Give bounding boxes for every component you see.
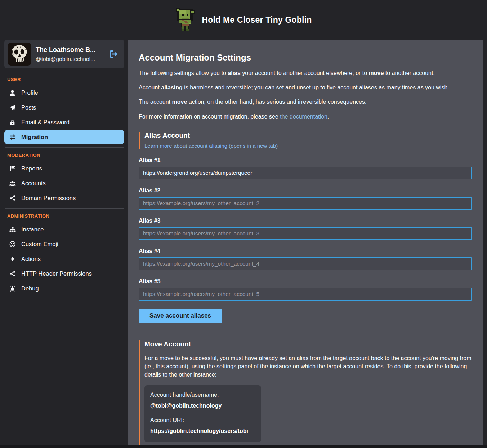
- text: action, on the other hand, has serious a…: [187, 99, 366, 105]
- paper-plane-icon: [9, 105, 16, 111]
- smiley-icon: [9, 241, 16, 247]
- alias-doc-link[interactable]: Learn more about account aliasing (opens…: [144, 143, 278, 149]
- text: is harmless and reversible; you can set …: [183, 84, 449, 90]
- alias-5-input[interactable]: [139, 288, 472, 301]
- move-section-heading: Move Account: [144, 340, 472, 348]
- intro-paragraph-2: Account aliasing is harmless and reversi…: [139, 83, 472, 92]
- goblin-pixel-logo: [175, 8, 195, 31]
- intro-paragraph-1: The following settings allow you to alia…: [139, 69, 472, 77]
- main-panel: Account Migration Settings The following…: [128, 40, 483, 448]
- sidebar-item-posts[interactable]: Posts: [4, 101, 124, 115]
- alias-field-1: Alias #1: [139, 157, 472, 179]
- sidebar-item-label: Posts: [21, 104, 36, 111]
- move-section-docs: Move Account For a move to be successful…: [139, 340, 472, 448]
- move-info-box: Account handle/username: @tobi@goblin.te…: [144, 385, 261, 442]
- alias-4-label: Alias #4: [139, 248, 472, 254]
- alias-account-section: Alias Account Learn more about account a…: [139, 132, 472, 323]
- alias-field-3: Alias #3: [139, 218, 472, 240]
- intro-paragraph-3: The account move action, on the other ha…: [139, 98, 472, 106]
- app-header: Hold Me Closer Tiny Goblin: [0, 0, 487, 40]
- flag-icon: [9, 165, 16, 172]
- sidebar-item-label: Email & Password: [21, 119, 70, 126]
- nav-category-user: USER: [7, 77, 121, 82]
- alias-5-label: Alias #5: [139, 278, 472, 285]
- sidebar-item-accounts[interactable]: Accounts: [4, 176, 124, 190]
- sidebar-item-email-password[interactable]: Email & Password: [4, 115, 124, 129]
- sidebar-item-label: HTTP Header Permissions: [21, 270, 92, 277]
- sidebar-divider: [5, 208, 124, 209]
- sidebar-divider: [5, 72, 124, 72]
- sidebar-item-label: Actions: [21, 256, 41, 262]
- alias-3-input[interactable]: [139, 227, 472, 240]
- sidebar: The Loathsome B... @tobi@goblin.technol.…: [0, 40, 128, 296]
- bold-text: move: [369, 70, 384, 76]
- sidebar-divider: [5, 147, 124, 148]
- page-title: Account Migration Settings: [139, 53, 472, 63]
- alias-1-input[interactable]: [139, 167, 472, 179]
- user-meta: The Loathsome B... @tobi@goblin.technol.…: [36, 46, 103, 62]
- sidebar-item-label: Reports: [21, 165, 42, 172]
- sidebar-item-custom-emoji[interactable]: Custom Emoji: [4, 237, 124, 251]
- transfer-arrows-icon: [9, 134, 16, 140]
- user-icon: [9, 90, 16, 96]
- text: For more information on account migratio…: [139, 114, 280, 120]
- logout-icon: [109, 50, 118, 58]
- alias-3-label: Alias #3: [139, 218, 472, 224]
- sidebar-item-label: Custom Emoji: [21, 241, 58, 248]
- user-card: The Loathsome B... @tobi@goblin.technol.…: [4, 40, 124, 68]
- user-display-name: The Loathsome B...: [36, 46, 103, 54]
- skull-avatar: [8, 43, 31, 66]
- sidebar-item-label: Migration: [21, 134, 48, 141]
- documentation-link[interactable]: the documentation: [280, 114, 327, 120]
- move-account-section: Move Account For a move to be successful…: [139, 340, 472, 448]
- intro-paragraph-4: For more information on account migratio…: [139, 112, 472, 121]
- bold-text: aliasing: [161, 84, 183, 90]
- user-handle: @tobi@goblin.technol...: [36, 56, 103, 62]
- bug-icon: [9, 285, 16, 292]
- text: to another account.: [384, 70, 434, 76]
- alias-2-input[interactable]: [139, 197, 472, 210]
- alias-field-5: Alias #5: [139, 278, 472, 301]
- text: .: [327, 114, 329, 120]
- sidebar-item-instance[interactable]: Instance: [4, 222, 124, 236]
- sidebar-item-label: Domain Permissions: [21, 195, 76, 201]
- sidebar-item-http-header-permissions[interactable]: HTTP Header Permissions: [4, 267, 124, 281]
- sidebar-item-profile[interactable]: Profile: [4, 86, 124, 100]
- sidebar-item-reports[interactable]: Reports: [4, 161, 124, 176]
- alias-2-label: Alias #2: [139, 187, 472, 194]
- sidebar-item-debug[interactable]: Debug: [4, 281, 124, 296]
- alias-1-label: Alias #1: [139, 157, 472, 164]
- bolt-icon: [9, 256, 16, 262]
- move-description: For a move to be successful, you must ha…: [144, 354, 472, 379]
- sidebar-item-label: Profile: [21, 89, 38, 96]
- sidebar-item-migration[interactable]: Migration: [4, 130, 124, 144]
- sidebar-item-label: Accounts: [21, 180, 46, 187]
- account-handle-label: Account handle/username:: [150, 392, 255, 398]
- bold-text: alias: [228, 70, 241, 76]
- alias-field-4: Alias #4: [139, 248, 472, 270]
- alias-section-heading: Alias Account: [144, 132, 472, 139]
- account-handle-value: @tobi@goblin.technology: [150, 403, 255, 409]
- nav-category-moderation: MODERATION: [7, 152, 121, 158]
- logout-button[interactable]: [108, 49, 119, 59]
- app-title: Hold Me Closer Tiny Goblin: [202, 15, 312, 25]
- text: The account: [139, 99, 172, 105]
- text: The following settings allow you to: [139, 70, 228, 76]
- bottom-edge-strip: [0, 445, 487, 448]
- alias-4-input[interactable]: [139, 257, 472, 270]
- lock-icon: [9, 119, 16, 125]
- text: your account to another account elsewher…: [241, 70, 369, 76]
- sidebar-item-domain-permissions[interactable]: Domain Permissions: [4, 191, 124, 205]
- nav-category-administration: ADMINISTRATION: [7, 213, 121, 219]
- share-nodes-icon: [9, 195, 16, 201]
- sitemap-icon: [9, 227, 16, 232]
- users-icon: [9, 181, 16, 186]
- account-uri-value: https://goblin.technology/users/tobi: [150, 428, 255, 434]
- sidebar-item-actions[interactable]: Actions: [4, 252, 124, 266]
- sidebar-item-label: Instance: [21, 226, 44, 233]
- save-account-aliases-button[interactable]: Save account aliases: [139, 309, 222, 323]
- bold-text: move: [172, 99, 187, 105]
- account-uri-label: Account URI:: [150, 417, 255, 423]
- sidebar-item-label: Debug: [21, 285, 39, 292]
- share-nodes-icon: [9, 271, 16, 277]
